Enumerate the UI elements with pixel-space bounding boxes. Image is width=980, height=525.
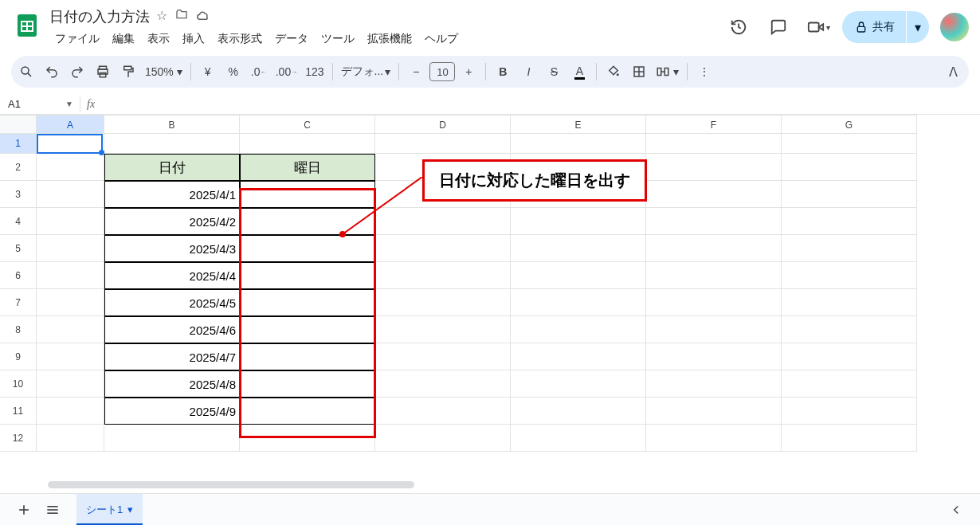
menu-format[interactable]: 表示形式 (212, 29, 268, 49)
cell[interactable] (240, 134, 375, 154)
history-icon[interactable] (723, 11, 755, 43)
cell[interactable] (104, 134, 240, 154)
sheet-tab-1[interactable]: シート1▾ (76, 494, 143, 526)
cell[interactable]: 2025/4/4 (104, 262, 240, 289)
cell[interactable] (782, 208, 917, 235)
row-header[interactable]: 5 (0, 235, 37, 262)
menu-insert[interactable]: 挿入 (177, 29, 210, 49)
cell[interactable] (511, 398, 646, 425)
cell[interactable] (646, 398, 782, 425)
menu-extensions[interactable]: 拡張機能 (362, 29, 417, 49)
cell[interactable]: 2025/4/1 (104, 181, 240, 208)
cell[interactable] (511, 289, 646, 316)
font-dropdown[interactable]: デフォ... ▾ (338, 60, 394, 84)
undo-button[interactable] (40, 60, 64, 84)
cell[interactable] (240, 181, 375, 208)
cell[interactable] (375, 425, 511, 452)
cell[interactable] (375, 208, 511, 235)
cell[interactable] (37, 262, 104, 289)
zoom-dropdown[interactable]: 150% ▾ (142, 60, 186, 84)
col-header-C[interactable]: C (240, 115, 375, 134)
fill-color-button[interactable] (602, 60, 625, 84)
cell[interactable] (511, 343, 646, 370)
menu-help[interactable]: ヘルプ (419, 29, 464, 49)
cell[interactable] (240, 343, 375, 370)
col-header-G[interactable]: G (782, 115, 917, 134)
cell[interactable] (37, 154, 104, 181)
cell[interactable] (37, 235, 104, 262)
row-header[interactable]: 4 (0, 208, 37, 235)
strikethrough-button[interactable]: S (542, 60, 566, 84)
cell[interactable] (646, 134, 782, 154)
cell[interactable] (646, 343, 782, 370)
cell[interactable] (511, 262, 646, 289)
percent-button[interactable]: % (221, 60, 245, 84)
col-header-D[interactable]: D (375, 115, 511, 134)
merge-cells-button[interactable]: ▾ (653, 60, 682, 84)
cell[interactable] (375, 134, 511, 154)
name-box[interactable]: A1▼ (0, 98, 80, 110)
cell[interactable] (37, 208, 104, 235)
more-formats-button[interactable]: 123 (302, 60, 327, 84)
cell[interactable] (646, 181, 782, 208)
cell[interactable] (782, 235, 917, 262)
cell[interactable] (37, 343, 104, 370)
cell[interactable] (375, 289, 511, 316)
cell[interactable]: 2025/4/7 (104, 343, 240, 370)
menu-view[interactable]: 表示 (142, 29, 175, 49)
borders-button[interactable] (627, 60, 651, 84)
cell[interactable] (646, 370, 782, 398)
cell[interactable] (37, 181, 104, 208)
cloud-status-icon[interactable] (196, 8, 210, 25)
decrease-decimal-button[interactable]: .0← (247, 60, 271, 84)
redo-button[interactable] (65, 60, 89, 84)
cell[interactable]: 2025/4/9 (104, 398, 240, 425)
print-button[interactable] (91, 60, 115, 84)
formula-input[interactable] (101, 98, 980, 110)
cell[interactable] (511, 208, 646, 235)
explore-button[interactable] (942, 496, 970, 524)
increase-font-button[interactable]: + (457, 60, 480, 84)
menu-data[interactable]: データ (269, 29, 314, 49)
font-size-input[interactable]: 10 (429, 62, 455, 81)
bold-button[interactable]: B (491, 60, 515, 84)
comments-icon[interactable] (762, 11, 794, 43)
cell[interactable] (240, 235, 375, 262)
cell[interactable] (375, 370, 511, 398)
cell[interactable] (375, 235, 511, 262)
cell[interactable]: 曜日 (240, 154, 375, 181)
cell[interactable] (511, 316, 646, 343)
cell[interactable] (240, 370, 375, 398)
cell[interactable] (511, 134, 646, 154)
cell[interactable] (646, 425, 782, 452)
cell[interactable] (782, 398, 917, 425)
cell[interactable] (511, 370, 646, 398)
col-header-A[interactable]: A (37, 115, 104, 134)
currency-button[interactable]: ¥ (196, 60, 220, 84)
cell[interactable] (37, 425, 104, 452)
meet-icon[interactable]: ▾ (802, 11, 834, 43)
cell[interactable] (646, 235, 782, 262)
cell[interactable] (37, 398, 104, 425)
cell[interactable] (782, 425, 917, 452)
decrease-font-button[interactable]: − (404, 60, 428, 84)
cell[interactable]: 2025/4/3 (104, 235, 240, 262)
row-header[interactable]: 3 (0, 181, 37, 208)
row-header[interactable]: 2 (0, 154, 37, 181)
cell[interactable] (37, 370, 104, 398)
add-sheet-button[interactable] (10, 496, 38, 524)
row-header[interactable]: 11 (0, 398, 37, 425)
cell[interactable] (375, 262, 511, 289)
cell[interactable] (646, 154, 782, 181)
cell[interactable] (37, 316, 104, 343)
cell[interactable]: 2025/4/5 (104, 289, 240, 316)
row-header[interactable]: 10 (0, 370, 37, 398)
cell[interactable] (511, 235, 646, 262)
row-header[interactable]: 8 (0, 316, 37, 343)
cell[interactable] (646, 316, 782, 343)
text-color-button[interactable]: A (567, 60, 591, 84)
cell[interactable] (240, 289, 375, 316)
cell[interactable] (37, 289, 104, 316)
star-icon[interactable]: ☆ (156, 8, 167, 25)
cell[interactable] (375, 398, 511, 425)
